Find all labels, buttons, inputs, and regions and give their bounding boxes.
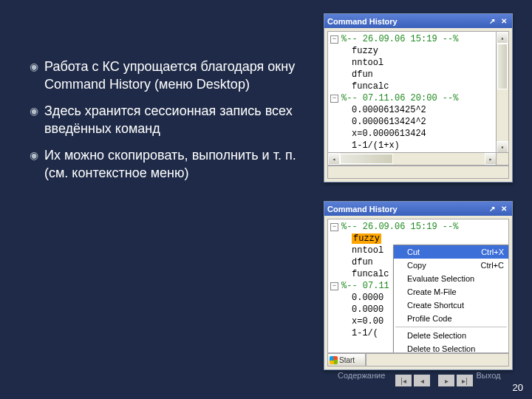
window-title: Command History [327,17,398,26]
scrollbar-vertical[interactable]: ▴▾ [496,32,508,153]
collapse-icon[interactable]: − [330,35,338,44]
scrollbar-corner [496,152,508,165]
exit-link[interactable]: Выход [474,371,503,380]
bullet-marker: ◉ [30,146,44,182]
history-item[interactable]: 0.0000 [352,293,383,303]
history-item[interactable]: 0.0000 [352,304,383,315]
window-title: Command History [327,205,398,214]
titlebar[interactable]: Command History ↗ ✕ [324,14,512,28]
page-number: 20 [513,382,523,393]
menu-item-profile-code[interactable]: Profile Code [394,312,508,325]
undock-icon[interactable]: ↗ [487,204,497,214]
scrollbar-horizontal[interactable]: ◂▸ [328,152,497,165]
session-header[interactable]: %-- 07.11 [341,281,389,291]
status-bar [327,166,509,179]
history-item[interactable]: dfun [352,69,373,80]
session-header[interactable]: %-- 26.09.06 15:19 --% [341,222,458,232]
close-icon[interactable]: ✕ [499,16,509,27]
menu-item-evaluate[interactable]: Evaluate Selection [394,272,508,285]
undock-icon[interactable]: ↗ [487,16,497,27]
titlebar[interactable]: Command History ↗ ✕ [324,202,512,216]
menu-separator [395,327,507,327]
matlab-logo-icon [330,356,338,364]
history-item-selected[interactable]: fuzzy [352,233,381,244]
session-header[interactable]: %-- 26.09.06 15:19 --% [341,34,458,44]
session-header[interactable]: %-- 07.11.06 20:00 --% [341,93,458,103]
history-item[interactable]: x=0.0000613424 [352,129,426,139]
history-tree[interactable]: −%-- 26.09.06 15:19 --% fuzzy nntool dfu… [327,219,509,353]
context-menu[interactable]: CutCtrl+X CopyCtrl+C Evaluate Selection … [393,245,509,353]
bullet-marker: ◉ [30,102,44,137]
collapse-icon[interactable]: − [330,95,338,103]
contents-link[interactable]: Содержание [338,371,381,380]
history-item[interactable]: 0.0000613424^2 [352,117,426,127]
menu-item-delete-to-selection[interactable]: Delete to Selection [394,342,508,353]
bullet-text: Их можно скопировать, выполнить и т. п. … [44,146,307,182]
menu-item-cut[interactable]: CutCtrl+X [394,245,508,259]
menu-item-copy[interactable]: CopyCtrl+C [394,259,508,272]
start-button[interactable]: Start [327,353,366,366]
history-tree[interactable]: −%-- 26.09.06 15:19 --% fuzzy nntool dfu… [327,31,509,166]
history-item[interactable]: nntool [352,58,383,68]
history-item[interactable]: 1-1/(1+x) [352,140,400,151]
collapse-icon[interactable]: − [330,223,338,231]
history-item[interactable]: fuzzy [352,46,378,56]
bullet-list: ◉Работа с КС упрощается благодаря окну C… [30,58,307,191]
history-item[interactable]: 0.0000613425^2 [352,105,426,115]
bullet-text: Работа с КС упрощается благодаря окну Co… [44,58,307,93]
command-history-window-2: Command History ↗ ✕ −%-- 26.09.06 15:19 … [324,201,513,370]
menu-item-create-mfile[interactable]: Create M-File [394,285,508,299]
close-icon[interactable]: ✕ [499,204,509,214]
command-history-window-1: Command History ↗ ✕ −%-- 26.09.06 15:19 … [324,13,513,183]
history-item[interactable]: nntool [352,245,383,256]
bullet-text: Здесь хранится сессионная запись всех вв… [44,102,307,137]
nav-prev-icon[interactable]: ◂ [414,375,430,386]
slide-footer: Содержание |◂ ◂ ▸ ▸| Выход [0,371,532,395]
collapse-icon[interactable]: − [330,282,338,290]
menu-item-create-shortcut[interactable]: Create Shortcut [394,299,508,312]
nav-first-icon[interactable]: |◂ [395,375,412,386]
history-item[interactable]: funcalc [352,269,389,279]
bullet-marker: ◉ [30,58,44,93]
nav-last-icon[interactable]: ▸| [457,375,473,386]
history-item[interactable]: 1-1/( [352,328,378,338]
status-bar [366,353,509,366]
menu-item-delete-selection[interactable]: Delete Selection [394,329,508,342]
history-item[interactable]: x=0.00 [352,316,383,327]
nav-next-icon[interactable]: ▸ [438,375,454,386]
history-item[interactable]: dfun [352,257,373,267]
history-item[interactable]: funcalc [352,81,389,92]
